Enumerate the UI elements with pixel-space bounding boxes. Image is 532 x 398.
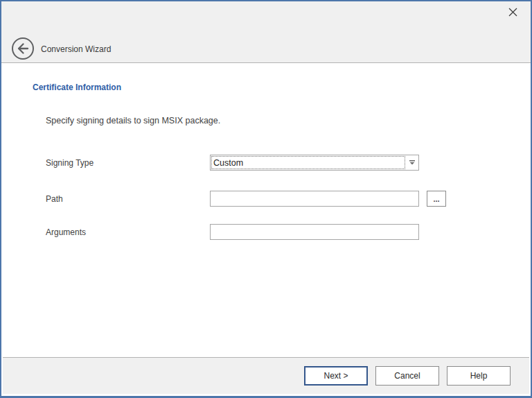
signing-type-label: Signing Type <box>46 158 94 168</box>
wizard-header: Conversion Wizard <box>1 1 531 63</box>
page-description: Specify signing details to sign MSIX pac… <box>46 116 220 126</box>
signing-type-value: Custom <box>211 155 406 170</box>
arguments-input[interactable] <box>210 224 419 240</box>
page-title: Certificate Information <box>33 83 121 92</box>
close-button[interactable] <box>504 5 521 21</box>
wizard-title: Conversion Wizard <box>41 44 111 54</box>
conversion-wizard-window: Conversion Wizard Certificate Informatio… <box>0 0 532 398</box>
browse-button[interactable]: ... <box>427 191 446 207</box>
path-input[interactable] <box>210 191 419 207</box>
chevron-down-icon[interactable] <box>406 155 418 170</box>
back-button[interactable] <box>11 37 35 60</box>
wizard-footer: Next > Cancel Help <box>3 357 529 394</box>
path-label: Path <box>46 194 63 204</box>
cancel-button[interactable]: Cancel <box>375 366 439 386</box>
arguments-label: Arguments <box>46 227 86 237</box>
next-button[interactable]: Next > <box>304 366 368 386</box>
signing-type-dropdown[interactable]: Custom <box>210 155 419 171</box>
back-arrow-icon <box>11 52 35 62</box>
wizard-content: Certificate Information Specify signing … <box>1 63 531 359</box>
close-icon <box>508 7 518 19</box>
help-button[interactable]: Help <box>447 366 511 386</box>
